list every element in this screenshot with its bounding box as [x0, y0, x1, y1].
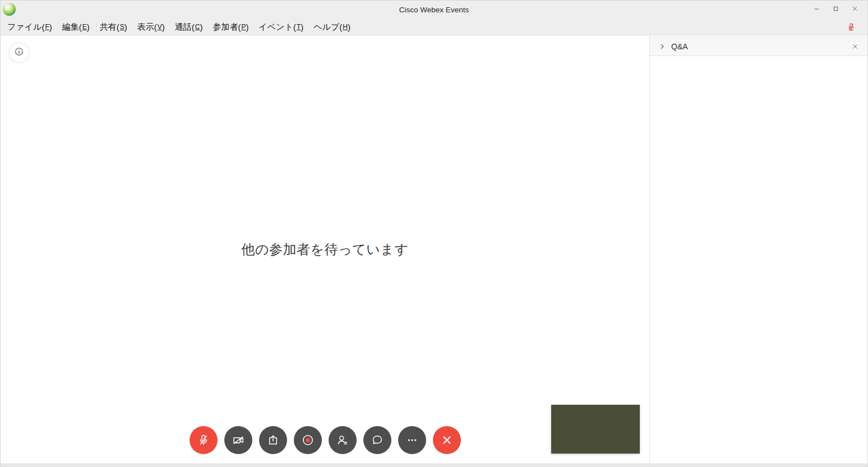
- menu-item-c[interactable]: 通話(C): [170, 19, 208, 35]
- chat-button[interactable]: [363, 426, 391, 454]
- record-button[interactable]: [294, 426, 322, 454]
- menu-item-s[interactable]: 共有(S): [95, 19, 132, 35]
- self-video-thumbnail[interactable]: [551, 405, 640, 454]
- menu-item-h[interactable]: ヘルプ(H): [308, 19, 355, 35]
- minimize-icon: [812, 4, 821, 15]
- waiting-message: 他の参加者を待っています: [242, 241, 409, 258]
- menu-item-t[interactable]: イベント(T): [253, 19, 308, 35]
- leave-icon: [440, 433, 454, 447]
- close-window-button[interactable]: [845, 1, 864, 19]
- webex-events-window: Cisco Webex Events ファイル(F)編集(E)共有(S)表示(V…: [0, 0, 868, 467]
- menu-item-v[interactable]: 表示(V): [132, 19, 170, 35]
- qa-panel: Q&A: [650, 35, 867, 464]
- menu-bar: ファイル(F)編集(E)共有(S)表示(V)通話(C)参加者(P)イベント(T)…: [1, 19, 867, 35]
- share-icon: [266, 433, 280, 447]
- start-video-button[interactable]: [224, 426, 252, 454]
- content-row: 他の参加者を待っています Q&A: [1, 35, 867, 464]
- more-icon: [405, 433, 419, 447]
- meeting-main-area: 他の参加者を待っています: [1, 35, 650, 464]
- chevron-right-icon: [658, 42, 667, 51]
- title-bar: Cisco Webex Events: [1, 1, 867, 19]
- close-icon: [851, 4, 859, 15]
- menu-item-f[interactable]: ファイル(F): [2, 19, 57, 35]
- leave-event-button[interactable]: [433, 426, 461, 454]
- mic-off-icon: [196, 433, 211, 447]
- menu-item-e[interactable]: 編集(E): [57, 19, 95, 35]
- camera-off-icon: [231, 433, 246, 447]
- qa-close-button[interactable]: [851, 42, 860, 51]
- window-bottom-edge: [1, 464, 867, 466]
- qa-panel-header: Q&A: [650, 36, 867, 56]
- qa-collapse-button[interactable]: [658, 42, 667, 51]
- close-icon: [851, 42, 860, 51]
- minimize-button[interactable]: [807, 1, 826, 19]
- menu-item-p[interactable]: 参加者(P): [207, 19, 253, 35]
- waiting-message-wrap: 他の参加者を待っています: [1, 35, 649, 464]
- maximize-icon: [832, 4, 840, 15]
- menu-bar-items: ファイル(F)編集(E)共有(S)表示(V)通話(C)参加者(P)イベント(T)…: [2, 19, 355, 35]
- participants-button[interactable]: [329, 426, 357, 454]
- more-options-button[interactable]: [398, 426, 426, 454]
- unmute-microphone-button[interactable]: [190, 426, 218, 454]
- mic-muted-icon: [846, 21, 856, 33]
- maximize-button[interactable]: [826, 1, 845, 19]
- chat-icon: [370, 433, 385, 447]
- qa-panel-body: [650, 56, 867, 464]
- record-icon: [301, 433, 315, 447]
- window-controls: [807, 1, 864, 19]
- participants-icon: [335, 433, 350, 447]
- window-title: Cisco Webex Events: [1, 6, 867, 14]
- qa-panel-title: Q&A: [671, 42, 688, 51]
- share-content-button[interactable]: [259, 426, 287, 454]
- webex-logo-icon: [3, 3, 16, 16]
